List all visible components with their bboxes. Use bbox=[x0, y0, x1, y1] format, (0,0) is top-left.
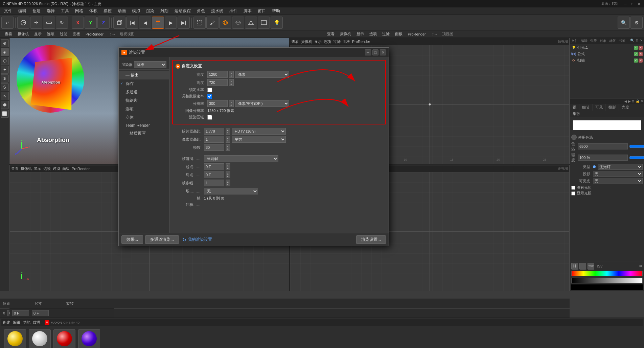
menu-rig[interactable]: 摆控 bbox=[101, 7, 114, 15]
nav-output[interactable]: — 输出 bbox=[119, 71, 169, 79]
formula-render-x[interactable]: ✕ bbox=[639, 52, 643, 56]
render-area-check[interactable] bbox=[207, 115, 212, 120]
multipass-button[interactable]: 多通道渲染... bbox=[145, 235, 179, 244]
menu-select[interactable]: 选择 bbox=[44, 7, 58, 15]
use-color-toggle[interactable] bbox=[571, 135, 577, 140]
color-wheel-btn[interactable] bbox=[579, 263, 586, 270]
tool-6[interactable]: S bbox=[1, 83, 9, 91]
right-panel-close[interactable]: ✕ bbox=[641, 99, 643, 103]
film-spinner[interactable]: ▲ bbox=[226, 128, 230, 135]
res-spinner[interactable]: ▲ bbox=[229, 100, 234, 107]
axis-x-button[interactable]: X bbox=[72, 17, 84, 29]
step-input[interactable] bbox=[204, 180, 224, 186]
menu-motion[interactable]: 运动跟踪 bbox=[172, 7, 193, 15]
tool-2[interactable]: ◈ bbox=[1, 48, 9, 56]
scene-item-scan[interactable]: ⟳ 扫描 ✓ ✕ bbox=[570, 57, 644, 64]
resolution-input[interactable] bbox=[207, 100, 228, 107]
pixel-ratio-input[interactable] bbox=[204, 136, 224, 143]
menu-create[interactable]: 创建 bbox=[30, 7, 43, 15]
menu-plugin[interactable]: 插件 bbox=[227, 7, 240, 15]
panel-file-tab[interactable]: 文件 bbox=[571, 39, 578, 43]
close-button[interactable]: ✕ bbox=[637, 1, 641, 6]
perspective-button[interactable] bbox=[193, 17, 206, 29]
paint-button[interactable]: 🖌 bbox=[206, 17, 218, 29]
vp2-filter[interactable]: 过滤 bbox=[380, 31, 392, 37]
material-2-thumb[interactable]: 材质.2 bbox=[29, 329, 51, 348]
width-input[interactable] bbox=[207, 71, 228, 78]
adjust-fps-check[interactable] bbox=[207, 94, 212, 99]
panel-tag-tab[interactable]: 标签 bbox=[609, 39, 616, 43]
material-3-thumb[interactable]: 材质.3 bbox=[4, 329, 26, 348]
nav-save[interactable]: 保存 bbox=[119, 79, 169, 88]
formula-visible-check[interactable]: ✓ bbox=[634, 52, 638, 56]
nav-multipass[interactable]: 多通道 bbox=[119, 88, 169, 96]
live-select-button[interactable] bbox=[17, 17, 29, 29]
mat-texture-tab[interactable]: 纹理 bbox=[33, 320, 41, 325]
panel-bookmark-tab[interactable]: 书签 bbox=[619, 39, 625, 43]
menu-edit[interactable]: 编辑 bbox=[16, 7, 29, 15]
anim-prev-button[interactable]: |◀ bbox=[126, 17, 138, 29]
right-panel-expand[interactable]: ▶ bbox=[628, 99, 631, 103]
timeline-start-input[interactable] bbox=[12, 310, 29, 316]
step-spinner[interactable]: ▲ bbox=[226, 180, 230, 186]
menu-render[interactable]: 渲染 bbox=[143, 7, 157, 15]
tool-8[interactable]: ⬢ bbox=[1, 101, 9, 109]
vp2-camera[interactable]: 摄像机 bbox=[338, 31, 353, 37]
rgb-btn[interactable]: RGB bbox=[588, 263, 594, 270]
scene-item-formula[interactable]: f(x) 公式 ✓ ✕ bbox=[570, 51, 644, 57]
nav-stereo[interactable]: 立体 bbox=[119, 113, 169, 122]
menu-volume[interactable]: 体积 bbox=[87, 7, 100, 15]
settings-icon[interactable]: ⚙ bbox=[636, 39, 639, 43]
vp1-filter[interactable]: 过滤 bbox=[58, 31, 69, 37]
tool-4[interactable]: ✦ bbox=[1, 66, 9, 74]
menu-char[interactable]: 角色 bbox=[194, 7, 208, 15]
menu-tools[interactable]: 工具 bbox=[58, 7, 72, 15]
props-tab-view[interactable]: 视 bbox=[570, 104, 579, 111]
menu-script[interactable]: 脚本 bbox=[241, 7, 254, 15]
frame-range-select[interactable]: 当前帧 全部帧 bbox=[204, 155, 278, 162]
scan-visible-check[interactable]: ✓ bbox=[634, 59, 638, 63]
light-button[interactable]: 💡 bbox=[271, 17, 283, 29]
nav-options[interactable]: 选项 bbox=[119, 105, 169, 113]
panel-object-tab[interactable]: 对象 bbox=[600, 39, 606, 43]
tool-5[interactable]: $ bbox=[1, 74, 9, 83]
tool-7[interactable]: ∿ bbox=[1, 92, 9, 100]
rotate-button[interactable]: ↻ bbox=[56, 17, 68, 29]
menu-pipeline[interactable]: 流水线 bbox=[208, 7, 226, 15]
color-gradient[interactable] bbox=[571, 278, 643, 283]
vp1-display[interactable]: 显示 bbox=[32, 31, 44, 37]
hsv-icon[interactable]: H bbox=[571, 263, 578, 270]
shadow-select[interactable]: 无 bbox=[593, 171, 643, 177]
panel-view-tab[interactable]: 查看 bbox=[590, 39, 597, 43]
menu-mesh[interactable]: 网格 bbox=[72, 7, 86, 15]
mat-create-tab[interactable]: 创建 bbox=[3, 320, 10, 325]
panel-edit-tab[interactable]: 编辑 bbox=[581, 39, 588, 43]
no-illumination-check[interactable] bbox=[571, 186, 575, 190]
scale-button[interactable] bbox=[43, 17, 55, 29]
fps-input[interactable] bbox=[204, 144, 224, 151]
dialog-minimize[interactable]: ─ bbox=[365, 49, 371, 55]
panel-close-icon[interactable]: ✕ bbox=[640, 39, 643, 43]
props-tab-scatter[interactable]: 集散 bbox=[570, 111, 583, 117]
dialog-maximize[interactable]: □ bbox=[372, 49, 378, 55]
height-spinner[interactable]: ▲ bbox=[229, 79, 234, 86]
vp1-options[interactable]: 连项 bbox=[45, 31, 56, 37]
vp1-camera[interactable]: 摄像机 bbox=[16, 31, 31, 37]
axis-z-button[interactable]: Z bbox=[97, 17, 110, 29]
nav-matoverride[interactable]: 材质覆写 bbox=[119, 129, 169, 138]
color-eyedropper[interactable]: ✏ bbox=[639, 264, 643, 269]
vp1-panel[interactable]: 面板 bbox=[71, 31, 82, 37]
axis-y-button[interactable]: Y bbox=[85, 17, 97, 29]
my-settings-link[interactable]: ↻ 我的渲染设置 bbox=[182, 237, 212, 242]
film-ratio-select[interactable]: HDTV (16:9) 4:3 bbox=[232, 128, 286, 135]
end-input[interactable] bbox=[204, 171, 224, 178]
menu-sim[interactable]: 模拟 bbox=[129, 7, 143, 15]
material-button[interactable] bbox=[232, 17, 244, 29]
tool-1[interactable]: ⊕ bbox=[1, 39, 9, 47]
nav-aa[interactable]: 抗锯齿 bbox=[119, 96, 169, 105]
type-select[interactable]: 泛光灯 bbox=[598, 164, 643, 170]
nav-teamrender[interactable]: Team Render bbox=[119, 122, 169, 129]
visible-light-select[interactable]: 无 bbox=[593, 178, 643, 184]
vp2-options[interactable]: 选项 bbox=[367, 31, 379, 37]
material-1-thumb[interactable]: 材质.1 bbox=[53, 329, 75, 348]
